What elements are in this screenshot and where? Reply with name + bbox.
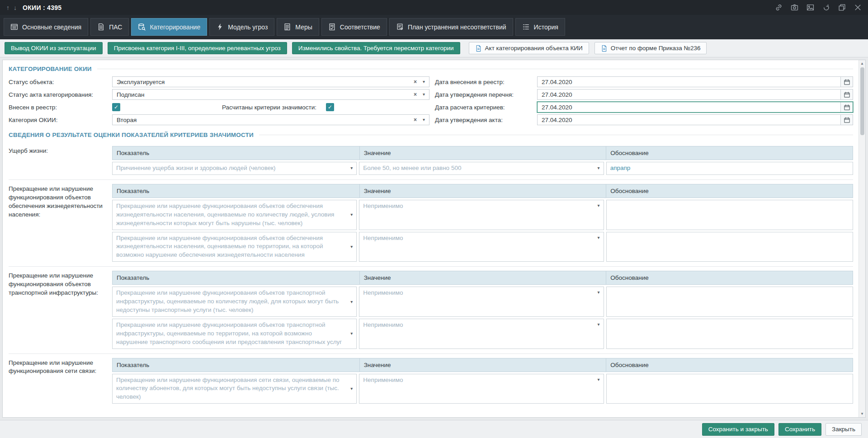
indicator-select[interactable]: Причинение ущерба жизни и здоровью людей…: [112, 162, 357, 175]
select-value: Прекращение или нарушение функционирован…: [116, 203, 334, 226]
document-icon: [601, 45, 608, 52]
save-and-close-button[interactable]: Сохранить и закрыть: [702, 423, 774, 436]
date-value[interactable]: 27.04.2020: [538, 115, 840, 125]
vertical-scrollbar[interactable]: ▲ ▼: [859, 60, 865, 417]
tab-compliance[interactable]: Соответствие: [321, 18, 387, 36]
save-button[interactable]: Сохранить: [778, 423, 821, 436]
calendar-icon[interactable]: [840, 102, 853, 112]
value-select[interactable]: Неприменимо ▾: [359, 374, 604, 404]
snapshot-icon[interactable]: [791, 4, 798, 11]
tab-categorization[interactable]: Категорирование: [131, 18, 207, 36]
chevron-down-icon: ▾: [598, 290, 600, 295]
category-assigned-button[interactable]: Присвоена категория I-III, определение р…: [108, 42, 287, 54]
category-select[interactable]: Вторая × ▾: [112, 114, 429, 125]
criteria-group-label: Прекращение или нарушение функционирован…: [9, 271, 112, 297]
criteria-calculated-checkbox[interactable]: ✓: [326, 103, 334, 111]
criteria-table-header-row: Показатель Значение Обоснование: [112, 184, 853, 198]
clear-icon[interactable]: ×: [414, 79, 417, 85]
next-record-button[interactable]: ↓: [14, 4, 17, 11]
column-header-value: Значение: [359, 184, 606, 198]
criteria-row: Прекращение или нарушение функционирован…: [112, 232, 853, 262]
calendar-icon[interactable]: [840, 77, 853, 87]
justification-cell: апрапр: [606, 162, 853, 175]
document-check-icon: [328, 23, 336, 31]
date-registry-label: Дата внесения в реестр:: [435, 79, 537, 85]
date-value[interactable]: 27.04.2020: [538, 102, 840, 112]
indicator-cell: Причинение ущерба жизни и здоровью людей…: [112, 162, 359, 175]
tab-general-info[interactable]: Основные сведения: [4, 18, 88, 36]
chevron-down-icon: ▾: [598, 203, 600, 208]
close-icon[interactable]: [854, 4, 862, 11]
section-criteria-header: СВЕДЕНИЯ О РЕЗУЛЬТАТЕ ОЦЕНКИ ПОКАЗАТЕЛЕЙ…: [9, 132, 853, 138]
date-value[interactable]: 27.04.2020: [538, 89, 840, 99]
chevron-down-icon[interactable]: ▾: [423, 118, 425, 122]
value-select[interactable]: Неприменимо ▾: [359, 319, 604, 349]
criteria-table-header-row: Показатель Значение Обоснование: [112, 358, 853, 372]
criteria-group-life-damage: Ущерб жизни: Показатель Значение Обоснов…: [9, 142, 853, 175]
form-row: Категория ОКИИ: Вторая × ▾ Дата утвержде…: [9, 114, 853, 125]
indicator-select[interactable]: Прекращение или нарушение функционирован…: [112, 374, 357, 404]
value-select[interactable]: Неприменимо ▾: [359, 232, 604, 262]
value-cell: Неприменимо ▾: [359, 374, 606, 404]
justification-input[interactable]: [606, 232, 853, 262]
column-header-justification: Обоснование: [606, 358, 853, 372]
scroll-down-icon[interactable]: ▼: [860, 410, 864, 417]
clear-icon[interactable]: ×: [414, 117, 417, 122]
chevron-down-icon[interactable]: ▾: [423, 92, 425, 97]
section-divider: [259, 135, 853, 135]
categorization-act-report-button[interactable]: Акт категорирования объекта КИИ: [469, 42, 589, 54]
justification-input[interactable]: [606, 287, 853, 317]
button-label: Присвоена категория I-III, определение р…: [114, 45, 281, 52]
chevron-down-icon: ▾: [598, 166, 600, 170]
justification-input[interactable]: [606, 319, 853, 349]
tab-remediation-plan[interactable]: План устранения несоответствий: [389, 18, 513, 36]
value-select[interactable]: Неприменимо ▾: [359, 287, 604, 317]
justification-input[interactable]: [606, 200, 853, 230]
justification-input[interactable]: [606, 374, 853, 404]
value-cell: Более 50, но менее или равно 500 ▾: [359, 162, 606, 175]
restore-window-icon[interactable]: [838, 4, 846, 11]
tab-measures[interactable]: Меры: [277, 18, 319, 36]
act-status-select[interactable]: Подписан × ▾: [112, 89, 429, 100]
button-label: Акт категорирования объекта КИИ: [485, 45, 583, 52]
tab-threat-model[interactable]: Модель угроз: [209, 18, 274, 36]
refresh-icon[interactable]: [822, 4, 830, 11]
button-label: Сохранить и закрыть: [708, 426, 768, 433]
chevron-down-icon: ▾: [350, 300, 353, 304]
scroll-up-icon[interactable]: ▲: [860, 60, 864, 67]
indicator-select[interactable]: Прекращение или нарушение функционирован…: [112, 319, 357, 349]
in-registry-label: Внесен в реестр:: [9, 104, 112, 111]
object-status-select[interactable]: Эксплуатируется × ▾: [112, 76, 429, 87]
in-registry-checkbox[interactable]: ✓: [112, 103, 120, 111]
prev-record-button[interactable]: ↑: [6, 4, 9, 11]
button-label: Изменились свойства. Требуется пересмотр…: [298, 45, 454, 52]
section-title: СВЕДЕНИЯ О РЕЗУЛЬТАТЕ ОЦЕНКИ ПОКАЗАТЕЛЕЙ…: [9, 132, 254, 138]
value-select[interactable]: Неприменимо ▾: [359, 200, 604, 230]
tab-history[interactable]: История: [515, 18, 565, 36]
properties-changed-button[interactable]: Изменились свойства. Требуется пересмотр…: [292, 42, 460, 54]
calendar-icon[interactable]: [840, 89, 853, 99]
indicator-select[interactable]: Прекращение или нарушение функционирован…: [112, 200, 357, 230]
tab-pas[interactable]: ПАС: [90, 18, 129, 36]
column-header-justification: Обоснование: [606, 184, 853, 198]
tab-label: Соответствие: [340, 24, 380, 31]
calendar-icon[interactable]: [840, 115, 853, 125]
criteria-row: Причинение ущерба жизни и здоровью людей…: [112, 162, 853, 175]
indicator-select[interactable]: Прекращение или нарушение функционирован…: [112, 287, 357, 317]
chevron-down-icon[interactable]: ▾: [423, 80, 425, 84]
column-header-indicator: Показатель: [113, 184, 359, 198]
image-icon[interactable]: [807, 4, 814, 11]
scrollbar-thumb[interactable]: [860, 67, 864, 135]
criteria-row: Прекращение или нарушение функционирован…: [112, 200, 853, 230]
close-button[interactable]: Закрыть: [826, 423, 862, 436]
clear-icon[interactable]: ×: [414, 92, 417, 97]
form-row: Статус акта категорирования: Подписан × …: [9, 89, 853, 100]
value-select[interactable]: Более 50, но менее или равно 500 ▾: [359, 162, 604, 175]
indicator-select[interactable]: Прекращение или нарушение функционирован…: [112, 232, 357, 262]
tab-label: Модель угроз: [228, 24, 268, 31]
link-icon[interactable]: [775, 4, 783, 11]
order-236-report-button[interactable]: Отчет по форме Приказа №236: [594, 42, 707, 54]
date-value[interactable]: 27.04.2020: [538, 77, 840, 87]
decommission-button[interactable]: Вывод ОКИИ из эксплуатации: [5, 42, 103, 54]
justification-input[interactable]: апрапр: [606, 162, 853, 175]
